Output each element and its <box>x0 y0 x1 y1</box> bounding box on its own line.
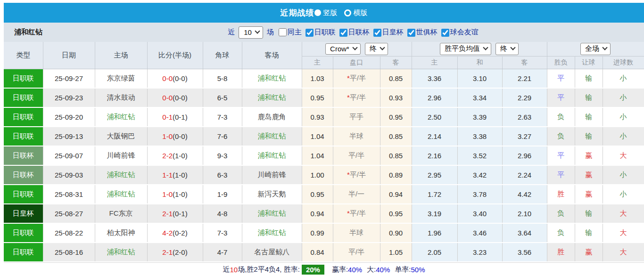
avg-win: 2.95 <box>412 165 457 185</box>
match-score: 1-0(0-0) <box>147 127 203 146</box>
home-team: FC东京 <box>95 204 147 223</box>
away-team: 新泻天鹅 <box>242 185 302 204</box>
result-cell: 胜 <box>547 185 575 204</box>
col-header-corner: 角球 <box>203 42 242 69</box>
match-row: 日联杯25-09-07川崎前锋2-2(1-0)9-3浦和红钻1.04平/半0.8… <box>4 146 644 165</box>
recent-results-panel: 近期战绩 竖版 横版 浦和红钻 近 10 场 同主 日职联日联杯日皇杯世俱杯球会… <box>4 3 644 276</box>
layout-radio-group: 竖版 横版 <box>314 8 368 17</box>
title-bar: 近期战绩 竖版 横版 <box>4 3 644 23</box>
corner-score: 6-3 <box>203 165 242 185</box>
match-date: 25-08-22 <box>43 223 95 243</box>
radio-vertical-layout[interactable]: 竖版 <box>314 8 338 17</box>
let-goal-cell: 输 <box>575 127 603 146</box>
let-goal-cell: 输 <box>575 204 603 223</box>
chevron-down-icon <box>380 45 385 50</box>
match-row: 日联杯25-09-03浦和红钻1-1(1-0)6-3川崎前锋1.00*平/半0.… <box>4 165 644 185</box>
full-match-select[interactable]: 全场 <box>580 43 611 55</box>
avg-group-header: 胜平负均值 终 <box>412 42 547 56</box>
league-checkbox[interactable] <box>407 29 415 37</box>
match-count-value: 10 <box>244 28 252 36</box>
same-home-label: 同主 <box>288 28 302 37</box>
sub-header-avg-lose: 客 <box>502 56 547 69</box>
count-text: 10 <box>230 266 238 274</box>
away-team: 浦和红钻 <box>242 146 302 165</box>
avg-time-value: 终 <box>500 44 507 53</box>
sub-header-odds-home: 主 <box>302 56 333 69</box>
team-name: 浦和红钻 <box>14 28 42 37</box>
sub-header-handicap: 盘口 <box>333 56 380 69</box>
sub-header-result: 胜负 <box>547 56 575 69</box>
avg-win: 3.36 <box>412 69 457 88</box>
odds-handicap: 平/半 <box>333 146 380 165</box>
corner-score: 7-6 <box>203 127 242 146</box>
league-badge: 日联杯 <box>4 146 43 165</box>
match-row: 日职联25-09-27东京绿茵0-0(0-0)5-8浦和红钻1.03*平/半0.… <box>4 69 644 88</box>
same-home-checkbox[interactable] <box>279 28 287 36</box>
avg-time-select[interactable]: 终 <box>495 43 519 55</box>
home-team: 清水鼓动 <box>95 88 147 107</box>
radio-unselected-icon <box>344 9 351 16</box>
corner-score: 7-3 <box>203 107 242 127</box>
col-header-type: 类型 <box>4 42 43 69</box>
match-date: 25-09-20 <box>43 107 95 127</box>
match-score: 1-0(1-0) <box>147 185 203 204</box>
let-goal-cell: 赢 <box>575 146 603 165</box>
avg-win: 2.96 <box>412 88 457 107</box>
home-team: 大阪钢巴 <box>95 127 147 146</box>
summary-text: 场,胜2平4负4, 胜率: <box>238 265 300 274</box>
full-match-value: 全场 <box>585 44 599 53</box>
league-checkbox-label: 日联杯 <box>348 28 370 36</box>
avg-lose: 2.21 <box>502 69 547 88</box>
avg-source-value: 胜平负均值 <box>445 44 480 53</box>
let-goal-cell: 赢 <box>575 185 603 204</box>
away-team: 鹿岛鹿角 <box>242 107 302 127</box>
league-checkbox[interactable] <box>373 29 381 37</box>
odds-home: 0.99 <box>302 223 333 243</box>
league-checkbox[interactable] <box>441 29 449 37</box>
radio-horizontal-layout[interactable]: 横版 <box>344 8 368 17</box>
away-team: 浦和红钻 <box>242 223 302 243</box>
home-team: 柏太阳神 <box>95 223 147 243</box>
league-checkbox[interactable] <box>339 29 347 37</box>
match-date: 25-08-16 <box>43 243 95 262</box>
odds-handicap: 半球 <box>333 223 380 243</box>
match-count-select[interactable]: 10 <box>239 26 263 39</box>
avg-draw: 3.40 <box>457 204 502 223</box>
let-goal-cell: 输 <box>575 88 603 107</box>
big-label: 大: <box>367 265 376 274</box>
odds-home: 0.95 <box>302 185 333 204</box>
odds-home: 1.04 <box>302 127 333 146</box>
odds-source-select[interactable]: Crow* <box>325 43 361 55</box>
let-goal-cell: 赢 <box>575 165 603 185</box>
radio-horizontal-label: 横版 <box>354 8 368 17</box>
league-badge: 日皇杯 <box>4 204 43 223</box>
col-header-away: 客场 <box>242 42 302 69</box>
odds-time-select[interactable]: 终 <box>365 43 388 55</box>
near-label: 近 <box>228 28 235 37</box>
odds-away: 0.85 <box>380 69 412 88</box>
odds-away: 0.95 <box>380 107 412 127</box>
single-label: 单率: <box>395 265 411 274</box>
away-team: 川崎前锋 <box>242 165 302 185</box>
chevron-down-icon <box>483 45 488 50</box>
league-badge: 日职联 <box>4 69 43 88</box>
match-row: 日职联25-09-13大阪钢巴1-0(0-0)7-6浦和红钻1.04半球0.85… <box>4 127 644 146</box>
results-table: 类型 日期 主场 比分(半场) 角球 客场 Crow* 终 <box>4 42 644 262</box>
goals-cell: 小 <box>603 185 644 204</box>
away-team: 浦和红钻 <box>242 69 302 88</box>
odds-handicap: 平/半 <box>333 243 380 262</box>
corner-score: 6-5 <box>203 88 242 107</box>
league-checkbox-label: 日职联 <box>314 28 336 36</box>
odds-handicap: 平手 <box>333 107 380 127</box>
avg-source-select[interactable]: 胜平负均值 <box>440 43 491 55</box>
league-checkbox[interactable] <box>305 29 314 37</box>
odds-home: 0.95 <box>302 88 333 107</box>
sub-header-odds-away: 客 <box>380 56 412 69</box>
avg-lose: 3.64 <box>502 223 547 243</box>
avg-draw: 3.38 <box>457 127 502 146</box>
goals-cell: 小 <box>603 69 644 88</box>
result-cell: 负 <box>547 127 575 146</box>
match-date: 25-09-07 <box>43 146 95 165</box>
sub-header-avg-win: 主 <box>412 56 457 69</box>
single-value: 50% <box>411 266 425 274</box>
